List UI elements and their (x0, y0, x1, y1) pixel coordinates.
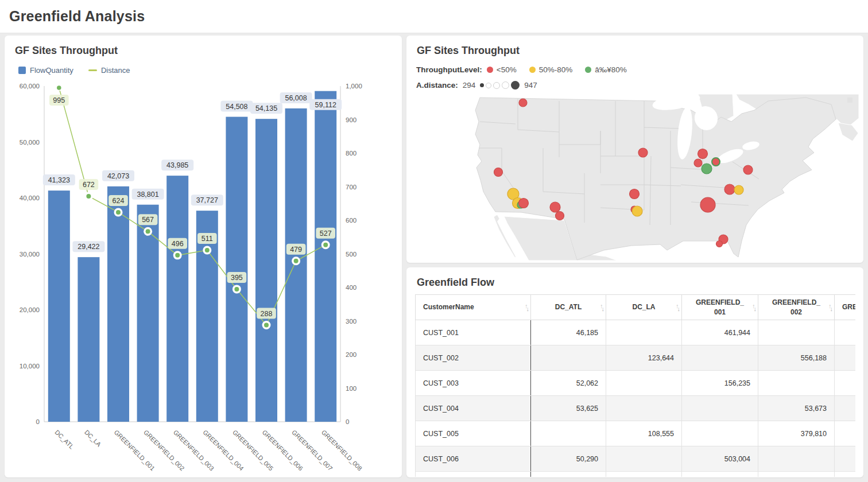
table-row[interactable]: CUST_00453,62553,673 (416, 396, 856, 421)
distance-label: A.distance: (416, 81, 458, 90)
combo-chart: 010,00020,00030,00040,00050,00060,000010… (5, 36, 402, 477)
left-axis-tick: 20,000 (20, 306, 40, 313)
bar[interactable] (48, 191, 70, 422)
line-label: 567 (142, 216, 154, 224)
sort-icon[interactable]: ↑↓ (828, 304, 831, 311)
cell-dc_atl: 52,062 (531, 371, 606, 396)
site-point-red[interactable] (700, 197, 715, 212)
right-axis-tick: 0 (346, 418, 349, 425)
bar-label: 42,073 (107, 172, 129, 180)
table-row[interactable]: CUST_00650,290503,004 (416, 446, 856, 472)
size-dot-icon (502, 81, 509, 89)
cell-customer: CUST_006 (416, 446, 531, 472)
line-label: 995 (53, 96, 65, 104)
map-card-title: GF Sites Throughput (417, 45, 520, 57)
right-axis-tick: 200 (346, 351, 356, 358)
cell-gf2 (758, 320, 835, 345)
site-point-red[interactable] (698, 149, 708, 159)
legend-level-label: â‰¥80% (595, 65, 627, 74)
column-header-customer[interactable]: CustomerName↑↓ (416, 295, 531, 320)
distance-size-scale (480, 81, 520, 90)
distance-legend: A.distance: 294 947 (416, 81, 537, 90)
right-axis-tick: 1,000 (346, 83, 362, 90)
flow-card-title: Greenfield Flow (417, 277, 494, 289)
sort-icon[interactable]: ↑↓ (600, 304, 603, 311)
table-row[interactable]: CUST_005108,555379,810 (416, 421, 856, 446)
line-label: 496 (172, 240, 184, 248)
line-marker-core (205, 248, 210, 252)
bar-label: 38,801 (137, 191, 158, 199)
cell-customer: CUST_001 (416, 320, 531, 345)
site-point-red[interactable] (724, 184, 735, 195)
site-point-red[interactable] (716, 241, 723, 247)
column-header-dc_la[interactable]: DC_LA↑↓ (606, 295, 682, 320)
sort-icon[interactable]: ↑↓ (525, 304, 528, 311)
table-row[interactable]: CUST_00146,185461,944 (416, 320, 856, 345)
size-dot-icon (486, 83, 491, 88)
app-header: Greenfield Analysis (0, 0, 868, 33)
sort-icon[interactable]: ↑↓ (752, 304, 755, 311)
cell-gre (835, 371, 856, 396)
site-point-red[interactable] (550, 202, 560, 212)
column-header-gf2[interactable]: GREENFIELD_002↑↓ (758, 295, 835, 320)
yellow-dot-icon (529, 67, 536, 73)
bar[interactable] (255, 119, 277, 422)
site-point-green[interactable] (702, 164, 712, 174)
line-label: 511 (202, 235, 213, 243)
site-point-red[interactable] (630, 189, 640, 199)
size-dot-icon (480, 83, 484, 87)
site-point-yellow[interactable] (632, 206, 642, 216)
line-marker[interactable] (56, 85, 61, 90)
legend-level-low[interactable]: <50% (487, 65, 517, 74)
cell-dc_la (606, 446, 682, 472)
bar[interactable] (226, 117, 247, 422)
site-point-red[interactable] (712, 158, 720, 166)
bar-label: 59,112 (315, 101, 336, 109)
column-header-gf1[interactable]: GREENFIELD_001↑↓ (682, 295, 758, 320)
bar-label: 29,422 (78, 243, 99, 251)
cell-gre (835, 345, 856, 371)
distance-max: 947 (524, 81, 537, 90)
right-axis-tick: 900 (346, 116, 356, 123)
flow-table: CustomerName↑↓DC_ATL↑↓DC_LA↑↓GREENFIELD_… (415, 294, 855, 477)
site-point-yellow[interactable] (734, 185, 743, 195)
throughput-chart-card: GF Sites Throughput FlowQuantity Distanc… (5, 36, 402, 477)
cell-dc_atl (531, 421, 606, 446)
throughput-level-label: ThroughputLevel: (416, 65, 482, 74)
sort-icon[interactable]: ↑↓ (676, 304, 679, 311)
column-header-gre[interactable]: GRE (835, 295, 856, 320)
cell-dc_atl: 50,290 (531, 446, 606, 472)
site-point-red[interactable] (743, 165, 753, 174)
line-marker-core (294, 259, 299, 263)
left-axis-tick: 0 (36, 418, 40, 425)
legend-level-high[interactable]: â‰¥80% (585, 65, 627, 74)
cell-gf2 (758, 446, 835, 472)
flow-table-wrapper[interactable]: CustomerName↑↓DC_ATL↑↓DC_LA↑↓GREENFIELD_… (415, 294, 855, 477)
line-marker-core (146, 229, 150, 234)
bar[interactable] (107, 186, 129, 422)
cell-gf1: 461,944 (682, 320, 758, 345)
site-point-red[interactable] (519, 99, 527, 107)
throughput-level-legend: ThroughputLevel: <50% 50%-80% â‰¥80% (416, 65, 635, 74)
right-axis-tick: 500 (346, 251, 356, 258)
right-axis-tick: 100 (346, 385, 356, 392)
left-axis-tick: 60,000 (20, 83, 40, 90)
table-row[interactable]: CUST_00352,062156,235 (416, 371, 856, 396)
site-point-red[interactable] (519, 199, 529, 208)
site-point-red[interactable] (556, 212, 564, 220)
right-axis-tick: 600 (346, 217, 356, 224)
site-point-red[interactable] (494, 168, 503, 177)
bar[interactable] (78, 257, 99, 422)
site-point-red[interactable] (638, 148, 648, 157)
line-marker-core (86, 194, 91, 199)
site-point-red[interactable] (694, 159, 702, 167)
column-header-dc_atl[interactable]: DC_ATL↑↓ (531, 295, 606, 320)
line-label: 527 (320, 230, 332, 238)
throughput-map-card: GF Sites Throughput ThroughputLevel: <50… (406, 36, 863, 263)
line-marker-core (175, 253, 180, 258)
legend-level-mid[interactable]: 50%-80% (529, 65, 573, 74)
table-row[interactable]: CUST_002123,644556,188 (416, 345, 856, 371)
left-axis-tick: 30,000 (20, 251, 40, 258)
bar[interactable] (166, 176, 188, 422)
bar[interactable] (315, 91, 336, 422)
